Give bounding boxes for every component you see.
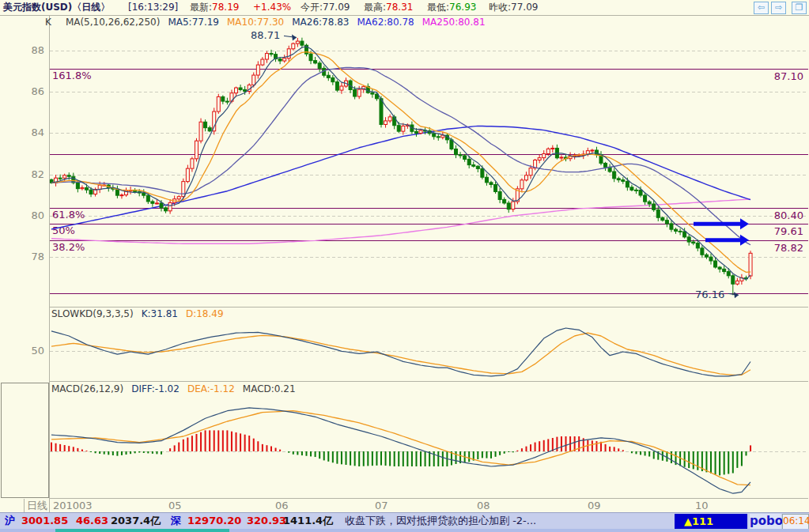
macd-formula: MACD(26,12,9) [51,383,123,394]
shenzhen-change: 320.93 [247,513,286,529]
candlesticks [50,38,752,296]
svg-text:161.8%: 161.8% [52,70,92,81]
fib-levels: 161.8%87.1061.8%80.4050%79.6138.2%78.82 [50,70,808,294]
svg-text:61.8%: 61.8% [52,209,85,221]
svg-text:78.82: 78.82 [774,242,803,254]
shanghai-change: 46.63 [76,513,108,529]
status-bar: 沪 3001.85 46.63 2037.4亿 深 12970.20 320.9… [0,512,809,530]
macd-diff-value: DIFF:-1.02 [131,383,180,394]
alert-badge[interactable]: ▲111 [675,514,747,529]
kline-label: K [45,17,51,28]
macd-panel: 0 [38,408,808,493]
shenzhen-index: 12970.20 [187,513,241,529]
ma62-value: MA62:80.78 [357,17,414,28]
shanghai-index: 3001.85 [21,513,68,529]
svg-text:09: 09 [588,500,601,511]
svg-text:80: 80 [31,209,44,221]
slowkd-panel: 50 [31,328,808,376]
chart-canvas[interactable]: 888684828078161.8%87.1061.8%80.4050%79.6… [0,0,809,532]
ma-formula: MA(5,10,26,62,250) [66,17,161,28]
shenzhen-volume: 1411.4亿 [283,513,333,529]
trading-app-window: 888684828078161.8%87.1061.8%80.4050%79.6… [0,0,809,532]
clock: 06:14 [782,514,809,530]
slowkd-d-value: D:18.49 [186,308,224,319]
svg-text:05: 05 [168,500,182,511]
news-ticker[interactable]: 收盘下跌，因对抵押贷款的担心加剧 -2-... [345,513,536,529]
window-bottom-edge [0,529,809,532]
macd-dea-value: DEA:-1.12 [187,383,235,394]
ma250-line [51,199,750,243]
time-axis: 日线201003050607080910 [27,500,709,511]
ma250-value: MA250:80.81 [422,17,486,28]
svg-text:07: 07 [375,500,388,511]
ma26-line [51,67,750,244]
macd-value: MACD:0.21 [243,383,296,394]
svg-text:88: 88 [31,44,44,56]
main-grid: 888684828078 [31,44,808,262]
svg-text:50: 50 [31,345,44,357]
slowkd-k-value: K:31.81 [142,308,178,319]
bottom-edge-accent [55,529,229,532]
svg-text:84: 84 [31,126,44,138]
slowkd-indicator-row: SLOWKD(9,3,3,5)K:31.81D:18.49 [51,308,232,319]
pobo-logo: pobo [750,514,781,529]
svg-text:50%: 50% [52,224,75,236]
shenzhen-label: 深 [171,513,181,529]
svg-text:87.10: 87.10 [774,70,803,82]
svg-text:38.2%: 38.2% [52,241,85,253]
svg-text:日线: 日线 [27,500,47,511]
slowkd-formula: SLOWKD(9,3,3,5) [51,308,134,319]
svg-text:201003: 201003 [53,500,93,511]
svg-text:79.61: 79.61 [774,225,803,237]
svg-text:06: 06 [275,500,289,511]
svg-text:78: 78 [31,251,44,262]
shanghai-volume: 2037.4亿 [111,513,161,529]
svg-text:86: 86 [31,85,44,97]
ma10-value: MA10:77.30 [227,17,284,28]
ma62-line [51,126,750,229]
indicator-side-panel [1,383,49,498]
ma-indicator-row: KMA(5,10,26,62,250)MA5:77.19MA10:77.30MA… [45,17,493,28]
svg-text:80.40: 80.40 [774,209,803,221]
macd-indicator-row: MACD(26,12,9)DIFF:-1.02DEA:-1.12MACD:0.2… [51,383,304,394]
svg-text:08: 08 [477,500,490,511]
svg-text:82: 82 [31,168,44,180]
trend-arrows [694,218,749,246]
svg-text:76.16: 76.16 [695,289,724,300]
svg-text:10: 10 [695,500,709,511]
ma5-value: MA5:77.19 [168,17,219,28]
shanghai-label: 沪 [5,513,15,529]
svg-text:88.71: 88.71 [251,29,280,41]
ma26-value: MA26:78.83 [292,17,349,28]
ma5-line [51,47,750,280]
panel-borders [25,15,809,512]
